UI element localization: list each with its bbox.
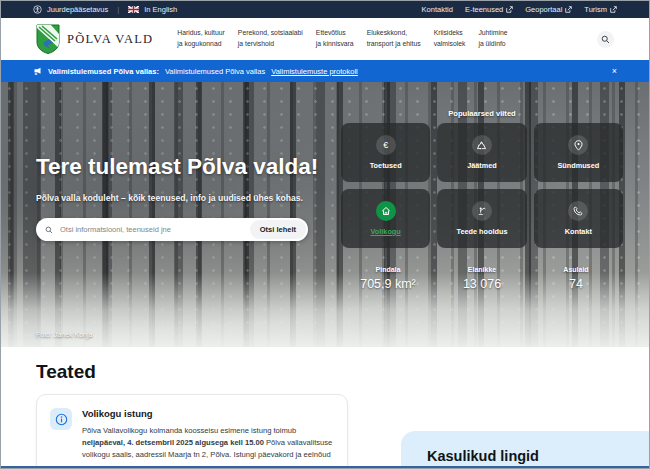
nav-item-ettevotlus[interactable]: Ettevõtlusja kinnisvara [316, 28, 354, 49]
hero-intro: Tere tulemast Põlva valda! Põlva valla k… [36, 154, 336, 241]
notice-card[interactable]: Volikogu istung Põlva Vallavolikogu kolm… [36, 394, 348, 469]
tile-volikogu[interactable]: Volikogu [341, 189, 430, 248]
roadworks-icon [472, 201, 492, 221]
tile-sundmused[interactable]: Sündmused [534, 123, 623, 182]
hero-search-button[interactable]: Otsi lehelt [250, 220, 306, 239]
main-nav: Haridus, kultuurja kogukonnad Perekond, … [177, 28, 507, 49]
coat-of-arms-logo [36, 24, 60, 54]
announcement-banner: Valimistulemused Põlva vallas: Valimistu… [1, 60, 649, 82]
nav-item-kriisideks[interactable]: Kriisideksvalmisolek [434, 28, 466, 49]
topbar-link-geoportaal[interactable]: Geoportaal [525, 5, 572, 14]
tile-toetused[interactable]: € Toetused [341, 123, 430, 182]
nav-item-perekond[interactable]: Perekond, sotsiaalabija tervishoid [238, 28, 303, 49]
topbar-link-kontaktid[interactable]: Kontaktid [422, 5, 453, 14]
accessibility-link[interactable]: Juurdepääsetavus [33, 5, 108, 14]
notice-card-body: Põlva Vallavolikogu kolmanda koosseisu e… [82, 425, 334, 461]
site-header: PÕLVA VALD Haridus, kultuurja kogukonnad… [1, 18, 649, 60]
stat-asulaid: Asulaid 74 [529, 266, 623, 291]
page: Juurdepääsetavus | In English Kontaktid … [0, 0, 650, 469]
language-switch[interactable]: In English [128, 5, 177, 14]
language-label: In English [144, 5, 177, 14]
photo-credit: Foto: Janek Konja [36, 331, 92, 338]
municipality-stats: Pindala 705,9 km² Elanikke 13 076 Asulai… [341, 266, 623, 291]
external-link-icon [506, 6, 513, 13]
topbar-links: Kontaktid E-teenused Geoportaal Turism [422, 5, 617, 14]
banner-close-icon[interactable]: × [612, 67, 617, 76]
hero-section: Tere tulemast Põlva valda! Põlva valla k… [1, 82, 649, 347]
site-logo[interactable]: PÕLVA VALD [36, 24, 153, 54]
site-name: PÕLVA VALD [67, 32, 153, 47]
uk-flag-icon [128, 6, 139, 13]
tile-kontakt[interactable]: Kontakt [534, 189, 623, 248]
search-icon [601, 35, 610, 44]
nav-item-juhtimine[interactable]: Juhtimineja üldinfo [478, 28, 507, 49]
useful-links-panel: Kasulikud lingid [401, 431, 650, 469]
stat-pindala: Pindala 705,9 km² [341, 266, 435, 291]
banner-link[interactable]: Valimistulemuste protokoll [271, 67, 358, 76]
recycle-icon [472, 135, 492, 155]
hero-search-input[interactable] [58, 224, 248, 235]
topbar-divider: | [117, 5, 119, 14]
home-icon [376, 201, 396, 221]
topbar-link-eteenused[interactable]: E-teenused [465, 5, 513, 14]
search-icon [45, 226, 53, 234]
useful-links-title: Kasulikud lingid [401, 431, 650, 464]
teated-title: Teated [36, 361, 614, 383]
hero-title: Tere tulemast Põlva valda! [36, 154, 336, 180]
accessibility-icon [33, 5, 42, 14]
notice-card-title: Volikogu istung [82, 408, 334, 419]
euro-icon: € [376, 135, 396, 155]
phone-icon [568, 201, 588, 221]
topbar-link-turism[interactable]: Turism [584, 5, 617, 14]
info-icon [50, 408, 72, 430]
accessibility-label: Juurdepääsetavus [47, 5, 108, 14]
hero-subtitle: Põlva valla koduleht – kõik teenused, in… [36, 193, 336, 203]
external-link-icon [610, 6, 617, 13]
megaphone-icon [33, 67, 42, 76]
notice-card-content: Volikogu istung Põlva Vallavolikogu kolm… [82, 408, 334, 469]
topbar: Juurdepääsetavus | In English Kontaktid … [1, 1, 649, 18]
hero-search-bar: Otsi lehelt [36, 218, 308, 241]
stat-elanikke: Elanikke 13 076 [435, 266, 529, 291]
popular-links-grid: € Toetused Jäätmed Sündmused Volikogu [341, 123, 623, 248]
header-search-button[interactable] [597, 31, 614, 48]
banner-bold-text: Valimistulemused Põlva vallas: [48, 67, 159, 76]
popular-links-title: Populaarsed viited [341, 109, 623, 118]
tile-jaatmed[interactable]: Jäätmed [437, 123, 526, 182]
tile-teede-hooldus[interactable]: Teede hooldus [437, 189, 526, 248]
nav-item-elukeskkond[interactable]: Elukeskkond,transport ja ehitus [367, 28, 421, 49]
map-pin-icon [568, 135, 588, 155]
nav-item-haridus[interactable]: Haridus, kultuurja kogukonnad [177, 28, 225, 49]
external-link-icon [565, 6, 572, 13]
banner-text: Valimistulemused Põlva vallas [165, 67, 265, 76]
